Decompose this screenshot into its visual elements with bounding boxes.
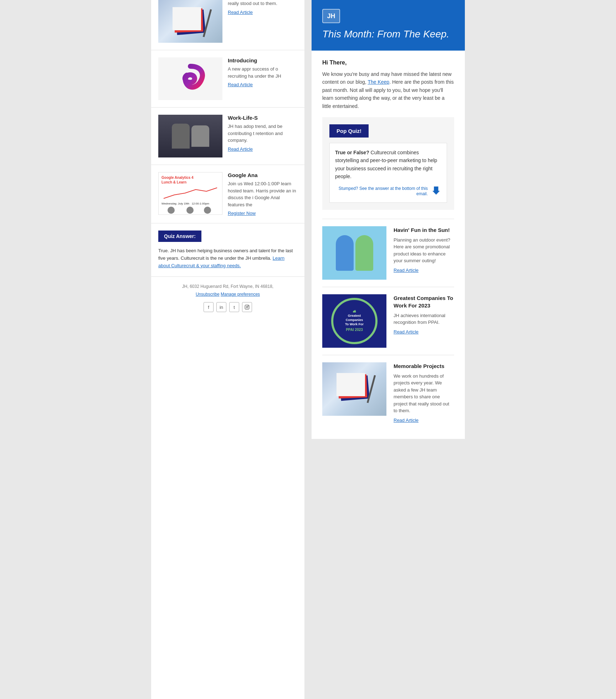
left-section-top: really stood out to them. Read Article [151, 0, 304, 50]
notebook-visual [173, 7, 208, 36]
speaker3-name: John Henry III [200, 214, 215, 215]
article-greatest-companies: 🏙 GreatestCompaniesTo Work For PPAI 2023… [322, 287, 454, 355]
footer-address: JH, 6032 Huguenard Rd, Fort Wayne, IN 46… [158, 284, 297, 289]
worklife-desc: JH has adop trend, and be contributing t… [228, 123, 297, 144]
pop-quiz-button[interactable]: Pop Quiz! [329, 124, 369, 138]
havin-fun-read-link[interactable]: Read Article [394, 268, 419, 273]
left-content-top: really stood out to them. Read Article [228, 0, 297, 15]
people-visual [158, 115, 222, 157]
quiz-answer-text: True. JH has been helping business owner… [158, 247, 297, 269]
left-content-introducing: Introducing A new appr success of o recr… [228, 57, 297, 87]
greatest-desc: JH achieves international recognition fr… [394, 312, 454, 326]
social-icons: f in t [158, 302, 297, 312]
left-footer: JH, 6032 Huguenard Rd, Fort Wayne, IN 46… [151, 277, 304, 319]
email-header-title: This Month: From The Keep. [322, 29, 454, 40]
speaker1-avatar [168, 207, 175, 214]
logo-thumb [158, 57, 222, 100]
notebooks-thumb-top [158, 0, 222, 43]
instagram-icon[interactable] [242, 302, 252, 312]
speaker3-avatar [204, 207, 211, 214]
ppai-city: 🏙 [353, 310, 356, 313]
havin-fun-title: Havin' Fun in the Sun! [394, 226, 454, 234]
speaker1-name: Harrison Diedrich [161, 214, 181, 215]
analytics-thumb: Google Analytics 4Lunch & Learn Wednesda… [158, 172, 222, 215]
email-body: Hi There, We know you're busy and may ha… [312, 51, 465, 439]
article-memorable: Memorable Projects We work on hundreds o… [322, 355, 454, 430]
left-section-introducing: Introducing A new appr success of o recr… [151, 50, 304, 108]
ppai-badge-title: GreatestCompaniesTo Work For [345, 314, 364, 326]
intro-text: We know you're busy and may have missed … [322, 70, 454, 110]
email-header: JH This Month: From The Keep. [312, 0, 465, 51]
worklife-thumb [158, 115, 222, 157]
analytics-header: Google Analytics 4Lunch & Learn [161, 175, 219, 185]
article-info-havin-fun: Havin' Fun in the Sun! Planning an outdo… [394, 226, 454, 273]
svg-point-2 [248, 306, 248, 306]
quiz-question-label: True or False? [335, 150, 369, 155]
speaker1: Harrison Diedrich [161, 207, 181, 215]
speaker2-name: Patricia Flores [182, 214, 198, 215]
manage-prefs-link[interactable]: Manage preferences [221, 292, 260, 297]
greatest-read-link[interactable]: Read Article [394, 329, 419, 335]
unsubscribe-link[interactable]: Unsubscribe [196, 292, 220, 297]
worklife-title: Work-Life-S [228, 115, 297, 121]
havin-fun-desc: Planning an outdoor event? Here are some… [394, 237, 454, 264]
greatest-title: Greatest Companies To Work For 2023 [394, 294, 454, 309]
stumped-text: Stumped? See the answer at the bottom of… [335, 186, 428, 197]
analytics-register-link[interactable]: Register Now [228, 211, 256, 216]
polo-person-green [355, 235, 373, 271]
article-info-greatest: Greatest Companies To Work For 2023 JH a… [394, 294, 454, 335]
speaker2: Patricia Flores [182, 207, 198, 215]
footer-links: Unsubscribe Manage preferences [158, 292, 297, 297]
down-arrow-icon: 🡇 [431, 186, 441, 196]
facebook-icon[interactable]: f [204, 302, 214, 312]
polo-person-blue [336, 235, 354, 271]
instagram-svg [245, 305, 250, 310]
svg-point-1 [246, 306, 248, 308]
person1 [172, 124, 190, 149]
left-content-worklife: Work-Life-S JH has adop trend, and be co… [228, 115, 297, 152]
ppai-badge: 🏙 GreatestCompaniesTo Work For PPAI 2023 [331, 298, 378, 344]
top-description: really stood out to them. [228, 0, 297, 7]
analytics-speakers: Harrison Diedrich Patricia Flores John H… [161, 207, 219, 215]
memorable-read-link[interactable]: Read Article [394, 418, 419, 423]
analytics-chart-svg [161, 186, 219, 200]
worklife-bg [158, 115, 222, 157]
the-keep-link[interactable]: The Keep [368, 79, 389, 85]
linkedin-icon[interactable]: in [216, 302, 226, 312]
left-content-analytics: Google Ana Join us Wed 12:00-1:00P learn… [228, 172, 297, 216]
svg-rect-0 [245, 305, 249, 310]
person2 [191, 125, 209, 147]
ppai-thumb: 🏙 GreatestCompaniesTo Work For PPAI 2023 [322, 294, 386, 348]
page-wrapper: really stood out to them. Read Article [0, 0, 616, 699]
memorable-notebook-visual [337, 373, 372, 402]
speaker3: John Henry III [200, 207, 215, 215]
pop-quiz-box: Pop Quiz! True or False? Culturecruit co… [322, 117, 454, 210]
right-panel: JH This Month: From The Keep. Hi There, … [312, 0, 465, 439]
analytics-content: Google Analytics 4Lunch & Learn Wednesda… [161, 175, 219, 212]
quiz-box-inner: True or False? Culturecruit combines sto… [329, 143, 447, 203]
article-havin-fun: Havin' Fun in the Sun! Planning an outdo… [322, 219, 454, 287]
summer-thumb [322, 226, 386, 280]
memorable-title: Memorable Projects [394, 362, 454, 370]
quiz-question: True or False? Culturecruit combines sto… [335, 149, 441, 181]
top-read-link[interactable]: Read Article [228, 10, 253, 15]
quiz-answer-button[interactable]: Quiz Answer: [158, 231, 201, 242]
memorable-notebooks-thumb [322, 362, 386, 416]
left-section-analytics: Google Analytics 4Lunch & Learn Wednesda… [151, 165, 304, 223]
worklife-read-link[interactable]: Read Article [228, 146, 253, 152]
twitter-icon[interactable]: t [229, 302, 239, 312]
introducing-desc: A new appr success of o recruiting ha un… [228, 66, 297, 79]
ppai-badge-sub: PPAI 2023 [346, 328, 363, 332]
introducing-title: Introducing [228, 57, 297, 63]
analytics-desc: Join us Wed 12:00-1:00P learn hosted tea… [228, 180, 297, 208]
introducing-read-link[interactable]: Read Article [228, 82, 253, 87]
mem-notebook-front [337, 373, 365, 396]
speaker2-avatar [186, 207, 194, 214]
left-panel: really stood out to them. Read Article [151, 0, 304, 699]
swirl-svg [173, 63, 208, 95]
analytics-date: Wednesday, July 19th 12:00-1:00pm [161, 202, 219, 205]
stumped-row: Stumped? See the answer at the bottom of… [335, 186, 441, 197]
polo-people [336, 235, 373, 271]
left-section-worklife: Work-Life-S JH has adop trend, and be co… [151, 108, 304, 165]
logo-swirl [169, 61, 212, 97]
